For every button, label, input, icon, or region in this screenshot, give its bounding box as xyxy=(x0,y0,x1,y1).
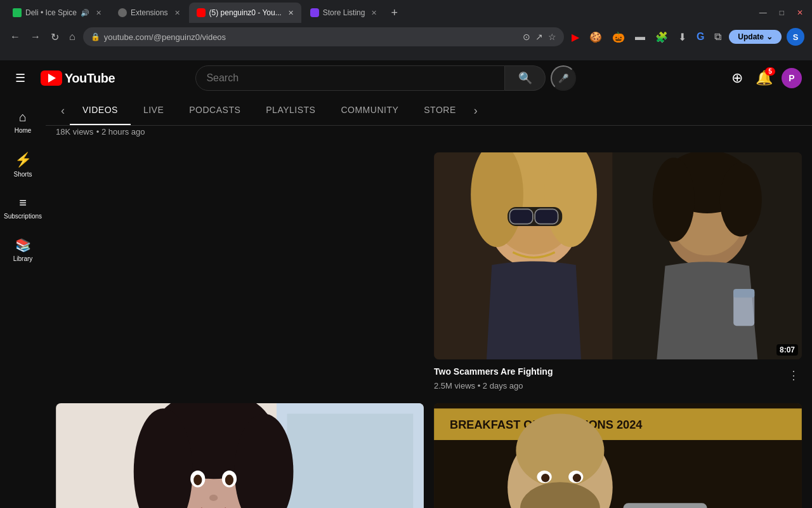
search-button[interactable]: 🔍 xyxy=(505,65,546,91)
url-display: youtube.com/@penguinz0/videos xyxy=(104,32,519,42)
tab-deli[interactable]: Deli • Ice Spice 🔊 ✕ xyxy=(5,3,109,23)
user-avatar[interactable]: P xyxy=(782,68,802,88)
svg-rect-10 xyxy=(509,209,532,224)
mic-icon: 🎤 xyxy=(558,74,569,83)
sidebar-item-shorts[interactable]: ⚡ Shorts xyxy=(3,144,43,185)
url-action-icons: ⊙ ↗ ☆ xyxy=(523,32,556,42)
svg-rect-18 xyxy=(733,289,754,297)
svg-rect-11 xyxy=(535,209,558,224)
channel-tabs-bar: ‹ VIDEOS LIVE PODCASTS PLAYLISTS COMMUNI… xyxy=(46,96,812,126)
youtube-toolbar-icon[interactable]: ▶ xyxy=(569,29,582,46)
tabs-prev-button[interactable]: ‹ xyxy=(56,99,70,123)
partial-video-meta: 18K views • 2 hours ago xyxy=(46,126,812,142)
tab-extensions[interactable]: Extensions ✕ xyxy=(110,3,188,23)
video-time-scammers: 2 days ago xyxy=(483,381,523,391)
svg-point-42 xyxy=(516,413,604,487)
video-thumbnail-scammers: 8:07 xyxy=(434,152,802,359)
tab-favicon-extensions xyxy=(118,8,127,17)
video-card-scammers[interactable]: 8:07 Two Scammers Are Fighting 2.5M view… xyxy=(434,152,802,393)
youtube-play-icon xyxy=(48,74,56,83)
minimize-button[interactable]: — xyxy=(756,7,771,18)
sidebar-toggle-icon[interactable]: ⧉ xyxy=(712,29,724,45)
cookie-icon[interactable]: 🍪 xyxy=(587,29,605,46)
youtube-main: ⌂ Home ⚡ Shorts ≡ Subscriptions 📚 Librar… xyxy=(0,96,812,508)
tab-label-youtube: (5) penguinz0 - You... xyxy=(209,8,282,17)
sidebar-item-home[interactable]: ⌂ Home xyxy=(3,102,43,142)
tab-close-deli[interactable]: ✕ xyxy=(96,9,102,17)
svg-point-30 xyxy=(209,495,218,501)
emoji-icon[interactable]: 🎃 xyxy=(610,29,627,46)
tab-live[interactable]: LIVE xyxy=(131,96,176,125)
tab-label-extensions: Extensions xyxy=(131,8,168,17)
svg-rect-39 xyxy=(623,503,707,508)
home-button[interactable]: ⌂ xyxy=(67,29,78,45)
tab-close-store[interactable]: ✕ xyxy=(371,9,377,17)
card-icon[interactable]: ▬ xyxy=(632,29,648,45)
svg-rect-21 xyxy=(287,413,414,508)
partial-video-separator: • xyxy=(96,127,102,137)
main-content: ‹ VIDEOS LIVE PODCASTS PLAYLISTS COMMUNI… xyxy=(46,96,812,508)
back-button[interactable]: ← xyxy=(8,29,23,45)
video-card-creepy[interactable]: LET'S HANG OUT! 9:18 She Is Creepy xyxy=(56,403,424,508)
url-bar[interactable]: 🔒 youtube.com/@penguinz0/videos ⊙ ↗ ☆ xyxy=(83,27,564,46)
browser-toolbar: ▶ 🍪 🎃 ▬ 🧩 ⬇ G ⧉ Update ⌄ S xyxy=(569,28,804,46)
browser-profile-button[interactable]: S xyxy=(787,28,804,46)
svg-point-46 xyxy=(541,474,549,482)
open-tab-icon[interactable]: ⊙ xyxy=(523,32,530,42)
search-container: 🔍 🎤 xyxy=(195,65,576,91)
tab-audio-icon: 🔊 xyxy=(81,9,89,17)
tab-close-youtube[interactable]: ✕ xyxy=(288,9,294,17)
close-window-button[interactable]: ✕ xyxy=(793,7,807,18)
header-right-actions: ⊕ 🔔 5 P xyxy=(728,66,802,90)
forward-button[interactable]: → xyxy=(28,29,43,45)
reload-button[interactable]: ↻ xyxy=(48,29,62,46)
maximize-button[interactable]: □ xyxy=(776,7,788,18)
share-icon[interactable]: ↗ xyxy=(535,32,543,42)
voice-search-button[interactable]: 🎤 xyxy=(551,65,576,91)
svg-point-47 xyxy=(573,474,581,482)
address-bar: ← → ↻ ⌂ 🔒 youtube.com/@penguinz0/videos … xyxy=(0,25,812,48)
download-icon[interactable]: ⬇ xyxy=(676,29,689,46)
tab-playlists[interactable]: PLAYLISTS xyxy=(253,96,328,125)
tab-label-deli: Deli • Ice Spice xyxy=(25,8,77,17)
new-tab-button[interactable]: + xyxy=(386,4,403,22)
create-video-button[interactable]: ⊕ xyxy=(728,66,747,90)
tab-close-extensions[interactable]: ✕ xyxy=(174,9,180,17)
tab-store[interactable]: STORE xyxy=(411,96,468,125)
bookmark-icon[interactable]: ☆ xyxy=(548,32,556,42)
sidebar-item-subscriptions[interactable]: ≡ Subscriptions xyxy=(3,188,43,227)
notifications-button[interactable]: 🔔 5 xyxy=(752,66,776,90)
google-icon[interactable]: G xyxy=(694,29,707,45)
window-controls: — □ ✕ xyxy=(756,7,807,18)
sidebar-label-shorts: Shorts xyxy=(14,171,32,178)
tab-youtube[interactable]: (5) penguinz0 - You... ✕ xyxy=(189,3,301,23)
video-duration-scammers: 8:07 xyxy=(776,344,798,356)
sidebar-item-library[interactable]: 📚 Library xyxy=(3,230,43,270)
update-button[interactable]: Update ⌄ xyxy=(729,30,782,44)
tab-podcasts[interactable]: PODCASTS xyxy=(176,96,253,125)
sidebar-label-library: Library xyxy=(13,255,33,262)
tabs-next-button[interactable]: › xyxy=(469,99,483,123)
menu-hamburger-button[interactable]: ☰ xyxy=(10,66,30,90)
extensions-icon[interactable]: 🧩 xyxy=(653,29,671,46)
video-grid: 8:07 Two Scammers Are Fighting 2.5M view… xyxy=(46,142,812,508)
partial-video-time: 2 hours ago xyxy=(102,127,145,137)
youtube-logo[interactable]: YouTube xyxy=(41,70,115,86)
create-icon: ⊕ xyxy=(731,70,743,86)
thumbnail-image-scammers xyxy=(434,152,802,359)
thumbnail-image-liverking: BREAKFAST OF CHAMPIONS 2024 xyxy=(434,403,802,508)
youtube-app: ☰ YouTube 🔍 🎤 ⊕ 🔔 5 xyxy=(0,60,812,508)
youtube-logo-text: YouTube xyxy=(65,71,115,86)
video-more-button-scammers[interactable]: ⋮ xyxy=(785,366,802,385)
update-chevron-icon: ⌄ xyxy=(766,32,773,41)
shorts-icon: ⚡ xyxy=(15,152,32,168)
home-icon: ⌂ xyxy=(19,110,27,124)
tab-videos[interactable]: VIDEOS xyxy=(70,96,131,125)
tab-community[interactable]: COMMUNITY xyxy=(328,96,411,125)
video-card-liverking[interactable]: BREAKFAST OF CHAMPIONS 2024 xyxy=(434,403,802,508)
youtube-logo-icon xyxy=(41,70,62,86)
search-input[interactable] xyxy=(206,72,494,84)
tab-store[interactable]: Store Listing ✕ xyxy=(303,3,385,23)
search-box[interactable] xyxy=(195,65,505,91)
video-thumbnail-creepy: LET'S HANG OUT! 9:18 xyxy=(56,403,424,508)
